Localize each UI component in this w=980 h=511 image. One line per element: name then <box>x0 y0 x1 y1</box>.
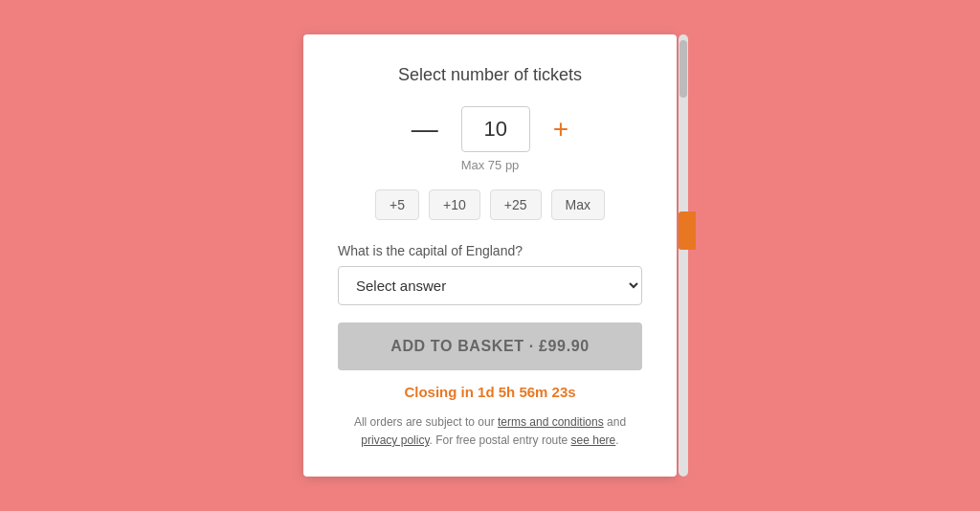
scrollbar[interactable] <box>679 34 688 477</box>
max-label: Max 75 pp <box>338 158 642 172</box>
quantity-input[interactable] <box>461 106 530 152</box>
quick-add-25[interactable]: +25 <box>490 189 542 220</box>
quick-add-10[interactable]: +10 <box>429 189 480 220</box>
modal-panel: Select number of tickets — + Max 75 pp +… <box>303 34 677 477</box>
page-background: Select number of tickets — + Max 75 pp +… <box>0 0 980 511</box>
quantity-row: — + <box>338 106 642 152</box>
answer-select[interactable]: Select answer London Manchester Birmingh… <box>338 266 642 305</box>
quick-add-5[interactable]: +5 <box>375 189 419 220</box>
see-here-link[interactable]: see here <box>571 433 616 447</box>
privacy-link[interactable]: privacy policy <box>361 433 429 447</box>
scrollbar-thumb <box>679 40 687 98</box>
question-label: What is the capital of England? <box>338 243 642 258</box>
footer-and: and <box>604 415 626 429</box>
terms-link[interactable]: terms and conditions <box>498 415 604 429</box>
increment-button[interactable]: + <box>546 112 576 146</box>
decrement-button[interactable]: — <box>404 112 446 146</box>
right-edge-bar <box>679 211 696 250</box>
footer-pre-terms: All orders are subject to our <box>354 415 498 429</box>
closing-text: Closing in 1d 5h 56m 23s <box>338 384 642 400</box>
quick-add-row: +5 +10 +25 Max <box>338 189 642 220</box>
add-to-basket-button[interactable]: ADD TO BASKET · £99.90 <box>338 322 642 370</box>
footer-see-pre: . For free postal entry route <box>430 433 571 447</box>
quick-add-max[interactable]: Max <box>551 189 605 220</box>
footer-end: . <box>615 433 618 447</box>
modal-title: Select number of tickets <box>338 65 642 85</box>
footer-text: All orders are subject to our terms and … <box>338 413 642 450</box>
